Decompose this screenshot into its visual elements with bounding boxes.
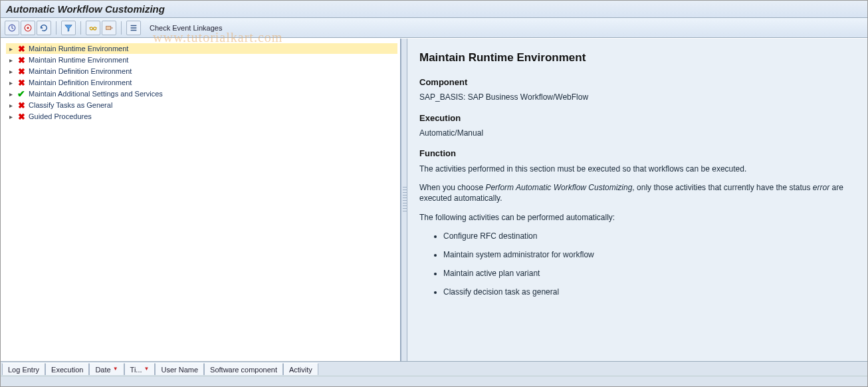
function-p3: The following activities can be performe… <box>419 212 855 223</box>
col-time[interactable]: Ti...▼ <box>124 363 156 375</box>
list-item: Classify decision task as general <box>443 287 855 297</box>
component-heading: Component <box>419 76 855 88</box>
expand-icon[interactable]: ▸ <box>7 45 14 53</box>
execution-heading: Execution <box>419 112 855 124</box>
tree-item-label: Maintain Additional Settings and Service… <box>29 90 163 98</box>
tree-item[interactable]: ▸ ✖ Maintain Runtime Environment <box>6 55 397 65</box>
tree-item[interactable]: ▸ ✖ Maintain Definition Environment <box>6 77 397 88</box>
tree-item-label: Maintain Runtime Environment <box>29 56 128 64</box>
tree-item[interactable]: ▸ ✖ Maintain Definition Environment <box>6 66 397 76</box>
tree-item[interactable]: ▸ ✖ Guided Procedures <box>6 111 397 122</box>
glasses-icon <box>88 23 98 33</box>
application-toolbar: Check Event Linkages <box>1 18 867 38</box>
page-title: Automatic Workflow Customizing <box>6 3 165 15</box>
transport-button[interactable] <box>102 21 116 35</box>
expand-icon[interactable]: ▸ <box>7 68 14 75</box>
list-icon <box>129 23 138 33</box>
main-content: ▸ ✖ Maintain Runtime Environment ▸ ✖ Mai… <box>1 38 867 361</box>
filter-button[interactable] <box>61 21 76 35</box>
tree-pane: ▸ ✖ Maintain Runtime Environment ▸ ✖ Mai… <box>1 39 401 361</box>
col-label: Activity <box>289 366 312 374</box>
tree-item-label: Guided Procedures <box>29 112 92 120</box>
col-label: Execution <box>51 366 83 374</box>
activity-list: Configure RFC destination Maintain syste… <box>443 231 855 298</box>
svg-point-2 <box>27 27 29 29</box>
cancel-run-button[interactable] <box>21 21 35 35</box>
error-icon: ✖ <box>17 55 26 64</box>
list-button[interactable] <box>126 21 141 35</box>
col-user-name[interactable]: User Name <box>155 363 204 375</box>
col-label: Date <box>95 366 110 374</box>
col-label: Software component <box>210 366 277 374</box>
expand-icon[interactable]: ▸ <box>7 113 14 120</box>
col-label: Log Entry <box>8 366 39 374</box>
glasses-button[interactable] <box>86 21 100 35</box>
activity-tree: ▸ ✖ Maintain Runtime Environment ▸ ✖ Mai… <box>1 39 400 126</box>
col-label: Ti... <box>130 366 142 374</box>
text-fragment: , only those activities that currently h… <box>632 183 812 192</box>
svg-rect-5 <box>106 26 111 29</box>
col-log-entry[interactable]: Log Entry <box>2 363 45 375</box>
clock-circle-icon <box>7 23 17 33</box>
box-arrow-icon <box>104 23 114 33</box>
execution-text: Automatic/Manual <box>419 128 855 138</box>
detail-title: Maintain Runtime Environment <box>419 51 855 66</box>
sort-desc-icon: ▼ <box>113 366 118 372</box>
error-icon: ✖ <box>17 66 26 76</box>
list-item: Maintain active plan variant <box>443 268 855 279</box>
svg-point-4 <box>94 27 96 29</box>
text-em: Perform Automatic Workflow Customizing <box>485 183 632 192</box>
tree-item-label: Classify Tasks as General <box>29 101 112 109</box>
tree-item[interactable]: ▸ ✖ Classify Tasks as General <box>6 100 397 110</box>
sort-desc-icon: ▼ <box>144 366 150 372</box>
tree-item-label: Maintain Runtime Environment <box>29 45 128 53</box>
execute-button[interactable] <box>5 21 19 35</box>
funnel-icon <box>64 23 73 33</box>
error-icon: ✖ <box>17 44 26 53</box>
error-icon: ✖ <box>17 112 26 121</box>
expand-icon[interactable]: ▸ <box>7 79 14 86</box>
function-p1: The activities performed in this section… <box>419 164 855 174</box>
tree-item[interactable]: ▸ ✖ Maintain Runtime Environment <box>6 43 397 54</box>
col-software-component[interactable]: Software component <box>204 363 283 375</box>
error-icon: ✖ <box>17 100 26 110</box>
col-activity[interactable]: Activity <box>283 363 318 375</box>
text-em: error <box>813 183 829 192</box>
refresh-button[interactable] <box>37 21 51 35</box>
refresh-icon <box>39 23 49 33</box>
col-date[interactable]: Date▼ <box>89 363 124 375</box>
detail-pane: Maintain Runtime Environment Component S… <box>407 39 867 361</box>
component-text: SAP_BASIS: SAP Business Workflow/WebFlow <box>419 92 855 102</box>
list-item: Configure RFC destination <box>443 231 855 241</box>
tree-item[interactable]: ▸ ✔ Maintain Additional Settings and Ser… <box>6 88 397 99</box>
expand-icon[interactable]: ▸ <box>7 57 14 64</box>
function-p2: When you choose Perform Automatic Workfl… <box>419 182 855 203</box>
title-bar: Automatic Workflow Customizing <box>1 1 867 18</box>
expand-icon[interactable]: ▸ <box>7 102 14 109</box>
svg-point-3 <box>90 27 92 29</box>
log-column-headers: Log Entry Execution Date▼ Ti...▼ User Na… <box>1 361 867 376</box>
check-event-linkages-button[interactable]: Check Event Linkages <box>145 21 227 35</box>
error-icon: ✖ <box>17 78 26 87</box>
tree-item-label: Maintain Definition Environment <box>29 67 132 75</box>
toolbar-separator <box>80 21 81 35</box>
text-fragment: When you choose <box>419 183 485 192</box>
toolbar-separator <box>121 21 122 35</box>
col-label: User Name <box>161 366 198 374</box>
list-item: Maintain system administrator for workfl… <box>443 249 855 260</box>
splitter[interactable] <box>401 39 407 361</box>
col-execution[interactable]: Execution <box>45 363 89 375</box>
function-heading: Function <box>419 148 855 160</box>
status-bar <box>1 376 867 386</box>
tree-item-label: Maintain Definition Environment <box>29 78 132 86</box>
expand-icon[interactable]: ▸ <box>7 90 14 98</box>
toolbar-separator <box>56 21 56 35</box>
ok-icon: ✔ <box>17 89 26 98</box>
red-circle-icon <box>23 23 33 33</box>
